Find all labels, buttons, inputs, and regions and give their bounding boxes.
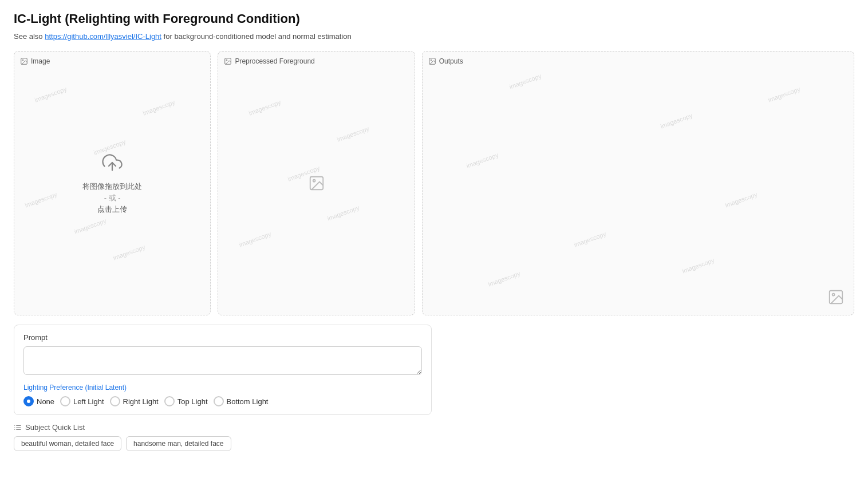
lighting-label: Lighting Preference (Initial Latent) (23, 384, 422, 392)
radio-none-label: None (37, 397, 54, 406)
upload-icon (102, 152, 123, 175)
preprocessed-panel-label: Preprocessed Foreground (224, 57, 314, 65)
radio-none[interactable]: None (23, 396, 54, 406)
subtitle-suffix: for background-conditioned model and nor… (164, 32, 352, 41)
subject-chip-1[interactable]: handsome man, detailed face (126, 436, 231, 451)
upload-text-click: 点击上传 (97, 204, 127, 215)
subject-chip-0[interactable]: beautiful woman, detailed face (14, 436, 121, 451)
lighting-section: Lighting Preference (Initial Latent) Non… (23, 384, 422, 406)
radio-top-light-circle (164, 396, 175, 406)
prompt-label: Prompt (23, 333, 422, 342)
preprocessed-panel: Preprocessed Foreground imagescopy image… (218, 51, 415, 315)
bottom-section: Prompt Lighting Preference (Initial Late… (14, 325, 432, 451)
radio-bottom-light-label: Bottom Light (227, 397, 269, 406)
subject-list-label: Subject Quick List (14, 423, 432, 432)
radio-group: None Left Light Right Light (23, 396, 422, 406)
prompt-textarea[interactable] (23, 346, 422, 375)
image-icon (20, 57, 28, 65)
subject-chips: beautiful woman, detailed face handsome … (14, 436, 432, 451)
subtitle-prefix: See also (14, 32, 45, 41)
svg-point-6 (313, 180, 315, 182)
image-upload-area[interactable]: 将图像拖放到此处 - 或 - 点击上传 (14, 52, 210, 315)
prompt-section: Prompt Lighting Preference (Initial Late… (14, 325, 432, 415)
outputs-icon (428, 57, 436, 65)
list-icon (14, 424, 22, 432)
radio-bottom-light[interactable]: Bottom Light (214, 396, 269, 406)
image-panel-label: Image (20, 57, 50, 65)
radio-bottom-light-circle (214, 396, 224, 406)
radio-none-circle (23, 396, 34, 406)
subject-quick-list: Subject Quick List beautiful woman, deta… (14, 423, 432, 451)
radio-right-light-label: Right Light (123, 397, 159, 406)
outputs-center-icon (423, 52, 854, 315)
svg-point-10 (833, 294, 835, 296)
svg-point-4 (226, 60, 227, 61)
radio-top-light-label: Top Light (177, 397, 208, 406)
outputs-panel: Outputs imagescopy imagescopy imagescopy… (422, 51, 854, 315)
svg-point-1 (22, 60, 23, 61)
github-link[interactable]: https://github.com/lllyasviel/IC-Light (45, 32, 161, 41)
radio-left-light[interactable]: Left Light (60, 396, 104, 406)
radio-right-light-circle (110, 396, 120, 406)
image-placeholder-icon (308, 175, 325, 192)
page-container: IC-Light (Relighting with Foreground Con… (0, 0, 868, 463)
subtitle: See also https://github.com/lllyasviel/I… (14, 32, 854, 41)
page-title: IC-Light (Relighting with Foreground Con… (14, 11, 854, 26)
upload-text-main: 将图像拖放到此处 (82, 181, 142, 192)
outputs-panel-label: Outputs (428, 57, 463, 65)
panels-row: Image imagescopy imagescopy imagescopy i… (14, 51, 854, 315)
upload-text-or: - 或 - (104, 193, 121, 203)
radio-left-light-circle (60, 396, 70, 406)
radio-right-light[interactable]: Right Light (110, 396, 159, 406)
radio-left-light-label: Left Light (73, 397, 104, 406)
radio-top-light[interactable]: Top Light (164, 396, 208, 406)
preprocessed-icon (224, 57, 232, 65)
image-panel[interactable]: Image imagescopy imagescopy imagescopy i… (14, 51, 211, 315)
preprocessed-center-icon (218, 52, 414, 315)
svg-point-8 (431, 60, 432, 61)
outputs-placeholder-icon (827, 289, 845, 306)
